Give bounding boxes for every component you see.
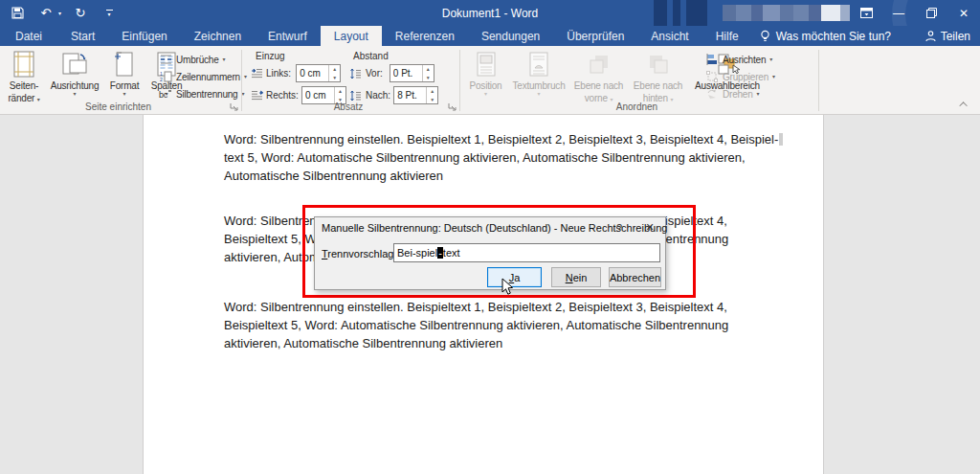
window-controls: — ✕ [850, 0, 980, 26]
tab-zeichnen[interactable]: Zeichnen [181, 26, 255, 46]
einzug-heading: Einzug [256, 51, 285, 61]
gruppieren-label: Gruppieren [723, 72, 768, 82]
silbentrennung-label: Silbentrennung [176, 89, 237, 100]
ribbon-display-options-icon[interactable] [850, 0, 882, 26]
customize-qat-icon[interactable]: ▾ [100, 4, 119, 23]
ribbon-tabs: Datei Start Einfügen Zeichnen Entwurf La… [0, 26, 980, 46]
lightbulb-icon [760, 30, 770, 43]
dialog-launcher-icon[interactable] [229, 102, 239, 112]
document-page[interactable]: Word: Silbentrennung einstellen. Beispie… [143, 115, 824, 474]
text-wrap-icon [529, 50, 548, 79]
quick-access-toolbar: ↶ ▾ ↻ ▾ [8, 0, 119, 26]
zeilennummern-label: Zeilennummern [176, 72, 240, 82]
dropdown-arrow-icon: ▾ [757, 91, 760, 97]
trennvorschlag-label: Trennvorschlag: [322, 248, 396, 260]
links-spinner[interactable]: ▲▼ [328, 65, 340, 81]
ebene-nach-vorne-button: Ebene nach vorne ▾ [569, 48, 628, 103]
bring-forward-icon [588, 50, 611, 79]
dropdown-arrow-icon: ▾ [73, 91, 76, 97]
save-icon[interactable] [8, 4, 27, 23]
tab-sendungen[interactable]: Sendungen [468, 26, 553, 46]
line-numbers-icon: 12 [159, 70, 172, 83]
word-window: ↶ ▾ ↻ ▾ Dokument1 - Word — ✕ Datei Start… [0, 0, 980, 474]
send-backward-icon [647, 50, 670, 79]
ausrichten-label: Ausrichten [723, 55, 766, 65]
format-label: Format [110, 80, 139, 91]
tab-hilfe[interactable]: Hilfe [702, 26, 752, 46]
hyphen-text-after: text [443, 247, 460, 259]
dropdown-arrow-icon: ▾ [484, 91, 487, 97]
spacing-before-icon [349, 67, 363, 80]
umbrueche-button[interactable]: Umbrüche ▾ [159, 53, 247, 66]
group-label-seite: Seite einrichten [85, 102, 151, 112]
indent-left-icon [250, 67, 263, 80]
titlebar-art [654, 0, 667, 26]
ausrichten-button[interactable]: Ausrichten ▾ [705, 53, 775, 66]
group-seite-einrichten: Seiten- ränder ▾ Ausrichtung ▾ Format ▾ [0, 46, 242, 115]
rotate-icon [705, 87, 719, 101]
umbrueche-label: Umbrüche [176, 55, 219, 65]
dropdown-arrow-icon: ▾ [223, 56, 226, 62]
nach-label: Nach: [366, 90, 390, 101]
nein-button[interactable]: Nein [551, 267, 601, 287]
trennvorschlag-input[interactable]: Bei-spiel-text [393, 243, 660, 262]
svg-text:2: 2 [160, 77, 163, 82]
restore-icon[interactable] [915, 0, 947, 26]
rechts-label: Rechts: [266, 90, 299, 101]
share-button[interactable]: Teilen [925, 26, 970, 46]
tab-ansicht[interactable]: Ansicht [637, 26, 702, 46]
dialog-close-icon[interactable]: ✕ [635, 217, 665, 237]
titlebar: ↶ ▾ ↻ ▾ Dokument1 - Word — ✕ [0, 0, 980, 26]
tab-entwurf[interactable]: Entwurf [255, 26, 321, 46]
paragraph-1: Word: Silbentrennung einstellen. Beispie… [224, 130, 783, 185]
tab-datei[interactable]: Datei [0, 26, 57, 46]
vor-input[interactable] [390, 65, 422, 81]
seitenraender-label: Seiten- [10, 80, 38, 91]
ausrichtung-button[interactable]: Ausrichtung ▾ [47, 48, 102, 103]
links-spinbox: ▲▼ [296, 64, 341, 82]
titlebar-art [686, 0, 707, 26]
dropdown-arrow-icon: ▾ [769, 56, 772, 62]
tell-me-box[interactable]: Was möchten Sie tun? [752, 26, 899, 46]
group-label-absatz: Absatz [334, 102, 364, 112]
undo-dropdown-icon[interactable]: ▾ [58, 10, 61, 16]
redacted-account-name [723, 5, 850, 21]
tab-einfuegen[interactable]: Einfügen [108, 26, 180, 46]
textumbruch-button: Textumbruch ▾ [509, 48, 568, 103]
dropdown-arrow-icon: ▾ [537, 91, 540, 97]
tab-layout[interactable]: Layout [321, 26, 382, 46]
page-size-icon [114, 50, 135, 79]
links-label: Links: [266, 68, 291, 79]
group-absatz: Einzug Abstand Links: ▲▼ Rechts: [242, 46, 460, 115]
tab-referenzen[interactable]: Referenzen [382, 26, 468, 46]
close-icon[interactable]: ✕ [947, 0, 980, 26]
seitenraender-button[interactable]: Seiten- ränder ▾ [3, 48, 45, 103]
paragraph-3: Word: Silbentrennung einstellen. Beispie… [224, 298, 728, 352]
zeilennummern-button[interactable]: 12 Zeilennummern ▾ [159, 70, 247, 83]
redo-icon[interactable]: ↻ [71, 4, 90, 23]
position-label: Position [470, 80, 502, 91]
ebene-hinten-label1: Ebene nach [634, 80, 682, 91]
textumbruch-label: Textumbruch [512, 80, 565, 91]
tab-start[interactable]: Start [57, 26, 108, 46]
abbrechen-button[interactable]: Abbrechen [609, 267, 661, 287]
align-objects-icon [705, 53, 719, 66]
silbentrennung-button[interactable]: bc Silbentrennung ▾ [159, 87, 247, 101]
vor-spinner[interactable]: ▲▼ [422, 65, 434, 81]
dialog-launcher-icon[interactable] [447, 102, 457, 112]
format-button[interactable]: Format ▾ [104, 48, 145, 103]
tab-ueberpruefen[interactable]: Überprüfen [553, 26, 637, 46]
collapse-ribbon-icon[interactable] [957, 99, 972, 110]
group-separator [818, 50, 819, 111]
dialog-help-icon[interactable]: ? [604, 217, 635, 237]
hyphenation-icon: bc [159, 87, 172, 101]
group-anordnen: Position ▾ Textumbruch ▾ Ebene nach vorn… [460, 46, 819, 115]
ja-button[interactable]: Ja [487, 267, 542, 287]
ebene-vorne-label1: Ebene nach [574, 80, 623, 91]
position-button: Position ▾ [463, 48, 508, 103]
orientation-icon [61, 50, 88, 79]
links-input[interactable] [297, 65, 328, 81]
mouse-cursor [501, 278, 514, 296]
undo-icon[interactable]: ↶ [36, 4, 56, 23]
minimize-icon[interactable]: — [882, 0, 915, 26]
